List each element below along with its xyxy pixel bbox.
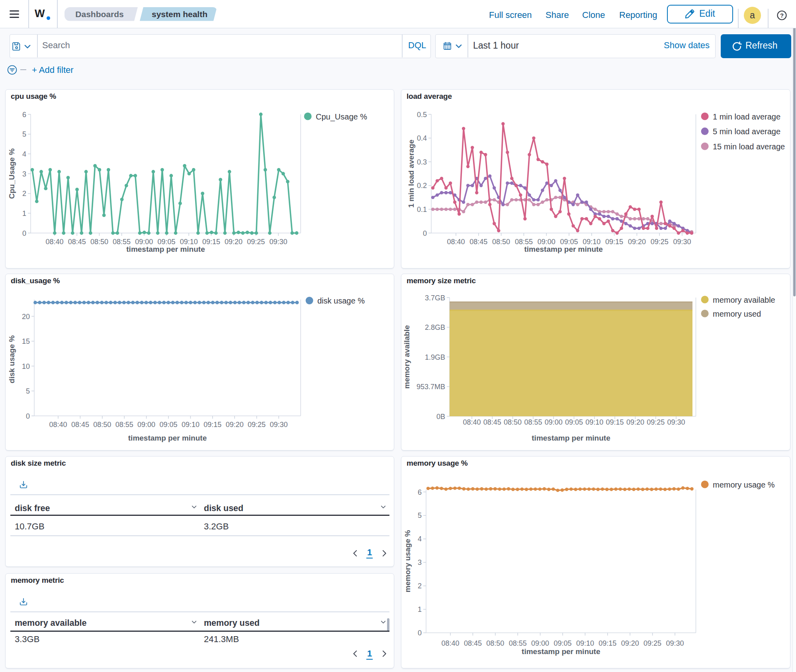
svg-text:09:20: 09:20 (628, 238, 646, 246)
svg-text:1 min load average: 1 min load average (713, 112, 780, 121)
svg-text:09:10: 09:10 (180, 238, 198, 246)
svg-text:953.7MB: 953.7MB (417, 383, 445, 391)
svg-text:09:15: 09:15 (605, 238, 623, 246)
svg-text:Cpu_Usage %: Cpu_Usage % (316, 112, 367, 121)
svg-text:08:50: 08:50 (504, 418, 522, 426)
svg-text:09:30: 09:30 (270, 421, 287, 429)
svg-text:0.4: 0.4 (417, 134, 427, 142)
svg-text:timestamp per minute: timestamp per minute (532, 434, 610, 442)
svg-text:08:40: 08:40 (49, 421, 67, 429)
svg-text:timestamp per minute: timestamp per minute (524, 245, 602, 253)
svg-text:09:25: 09:25 (651, 238, 669, 246)
svg-text:6: 6 (418, 488, 422, 496)
svg-text:08:50: 08:50 (93, 421, 111, 429)
svg-text:20: 20 (22, 313, 30, 321)
svg-text:0: 0 (423, 229, 427, 237)
svg-text:08:45: 08:45 (469, 238, 487, 246)
svg-text:0: 0 (22, 229, 26, 237)
svg-text:4: 4 (22, 150, 26, 158)
svg-text:09:20: 09:20 (621, 639, 639, 647)
svg-text:09:25: 09:25 (247, 238, 265, 246)
svg-text:09:05: 09:05 (560, 238, 578, 246)
svg-text:09:00: 09:00 (135, 238, 153, 246)
svg-text:0B: 0B (436, 413, 445, 421)
svg-text:5: 5 (22, 130, 26, 138)
svg-text:08:55: 08:55 (515, 238, 533, 246)
svg-text:2.8GB: 2.8GB (425, 323, 445, 331)
svg-text:09:10: 09:10 (583, 238, 600, 246)
svg-text:08:55: 08:55 (113, 238, 131, 246)
svg-text:3: 3 (22, 170, 26, 178)
svg-text:0.2: 0.2 (417, 182, 427, 190)
svg-text:09:00: 09:00 (137, 421, 155, 429)
svg-text:09:05: 09:05 (157, 238, 175, 246)
svg-text:08:45: 08:45 (483, 418, 501, 426)
svg-text:memory used: memory used (713, 310, 761, 318)
svg-text:Cpu_Usage %: Cpu_Usage % (8, 149, 16, 199)
svg-text:08:40: 08:40 (45, 238, 63, 246)
svg-text:09:10: 09:10 (585, 418, 603, 426)
svg-text:timestamp per minute: timestamp per minute (126, 245, 205, 253)
svg-text:1: 1 (22, 210, 26, 217)
svg-text:memory available: memory available (403, 325, 411, 388)
svg-text:09:15: 09:15 (606, 418, 624, 426)
svg-text:15: 15 (22, 337, 30, 345)
svg-text:timestamp per minute: timestamp per minute (522, 647, 600, 656)
svg-text:09:25: 09:25 (647, 418, 665, 426)
svg-text:09:05: 09:05 (565, 418, 583, 426)
svg-text:1.9GB: 1.9GB (425, 353, 445, 361)
svg-text:09:05: 09:05 (553, 639, 571, 647)
svg-text:15 min load average: 15 min load average (713, 142, 785, 151)
svg-text:09:30: 09:30 (666, 639, 684, 647)
svg-text:09:05: 09:05 (159, 421, 177, 429)
svg-text:timestamp per minute: timestamp per minute (128, 434, 207, 442)
svg-text:08:50: 08:50 (486, 639, 504, 647)
svg-text:09:10: 09:10 (576, 639, 594, 647)
svg-text:6: 6 (22, 111, 26, 119)
svg-text:08:40: 08:40 (441, 639, 459, 647)
svg-text:09:20: 09:20 (626, 418, 644, 426)
svg-text:09:00: 09:00 (538, 238, 555, 246)
svg-text:09:25: 09:25 (248, 421, 266, 429)
svg-text:4: 4 (418, 535, 422, 543)
svg-text:09:00: 09:00 (545, 418, 563, 426)
svg-text:2: 2 (418, 582, 422, 590)
svg-text:09:30: 09:30 (269, 238, 287, 246)
svg-text:08:55: 08:55 (524, 418, 542, 426)
svg-text:0: 0 (26, 412, 30, 420)
svg-text:09:15: 09:15 (203, 421, 221, 429)
svg-text:memory usage %: memory usage % (403, 530, 412, 592)
svg-text:3.7GB: 3.7GB (425, 294, 445, 302)
svg-text:09:20: 09:20 (225, 238, 243, 246)
svg-text:memory usage %: memory usage % (713, 480, 775, 489)
svg-text:09:15: 09:15 (202, 238, 220, 246)
svg-text:1: 1 (418, 605, 422, 613)
svg-text:0.3: 0.3 (417, 158, 427, 166)
svg-text:3: 3 (418, 558, 422, 566)
svg-text:2: 2 (22, 190, 26, 198)
svg-text:0.1: 0.1 (417, 206, 427, 214)
svg-text:08:45: 08:45 (464, 639, 482, 647)
svg-text:5: 5 (26, 387, 30, 395)
svg-text:0.5: 0.5 (417, 111, 427, 119)
svg-text:disk usage %: disk usage % (317, 296, 365, 305)
svg-text:08:40: 08:40 (447, 238, 465, 246)
svg-text:5: 5 (418, 511, 422, 519)
svg-text:1 min load average: 1 min load average (407, 139, 415, 208)
svg-text:08:50: 08:50 (492, 238, 510, 246)
svg-text:10: 10 (22, 362, 30, 370)
svg-text:08:45: 08:45 (68, 238, 86, 246)
svg-text:09:25: 09:25 (643, 639, 661, 647)
svg-text:09:20: 09:20 (226, 421, 244, 429)
svg-text:?: ? (780, 12, 784, 19)
svg-text:09:30: 09:30 (673, 238, 691, 246)
svg-text:0: 0 (418, 629, 422, 637)
svg-text:09:15: 09:15 (598, 639, 616, 647)
svg-text:memory available: memory available (713, 296, 775, 304)
svg-text:08:40: 08:40 (463, 418, 481, 426)
svg-text:disk usage %: disk usage % (8, 335, 16, 383)
svg-text:08:55: 08:55 (115, 421, 133, 429)
svg-text:08:45: 08:45 (71, 421, 89, 429)
svg-text:09:10: 09:10 (182, 421, 199, 429)
svg-text:09:00: 09:00 (531, 639, 549, 647)
